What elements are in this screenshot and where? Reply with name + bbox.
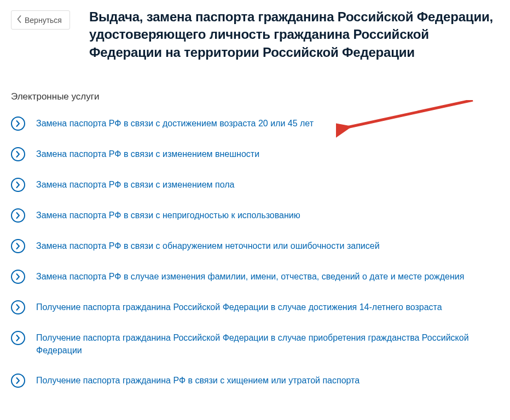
- chevron-left-icon: [17, 15, 21, 25]
- service-link-age-20-45[interactable]: Замена паспорта РФ в связи с достижением…: [36, 118, 314, 130]
- chevron-right-circle-icon: [11, 331, 25, 345]
- service-link-appearance[interactable]: Замена паспорта РФ в связи с изменением …: [36, 148, 259, 161]
- chevron-right-circle-icon: [11, 178, 25, 192]
- list-item: Замена паспорта РФ в связи с обнаружение…: [11, 240, 499, 253]
- list-item: Замена паспорта РФ в связи с достижением…: [11, 118, 499, 131]
- back-button[interactable]: Вернуться: [11, 10, 70, 30]
- chevron-right-circle-icon: [11, 116, 25, 131]
- section-title: Электронные услуги: [11, 91, 499, 102]
- chevron-right-circle-icon: [11, 270, 25, 284]
- list-item: Получение паспорта гражданина Российской…: [11, 332, 499, 357]
- service-link-unusable[interactable]: Замена паспорта РФ в связи с непригоднос…: [36, 209, 300, 222]
- list-item: Замена паспорта РФ в связи с изменением …: [11, 179, 499, 192]
- list-item: Получение паспорта гражданина Российской…: [11, 301, 499, 314]
- chevron-right-circle-icon: [11, 239, 25, 253]
- service-link-citizenship[interactable]: Получение паспорта гражданина Российской…: [36, 332, 499, 357]
- list-item: Получение паспорта гражданина РФ в связи…: [11, 375, 499, 388]
- service-link-gender[interactable]: Замена паспорта РФ в связи с изменением …: [36, 179, 234, 191]
- header-row: Вернуться Выдача, замена паспорта гражда…: [11, 8, 499, 61]
- service-link-lost[interactable]: Получение паспорта гражданина РФ в связи…: [36, 375, 360, 387]
- chevron-right-circle-icon: [11, 300, 25, 314]
- service-link-errors[interactable]: Замена паспорта РФ в связи с обнаружение…: [36, 240, 380, 253]
- list-item: Замена паспорта РФ в случае изменения фа…: [11, 271, 499, 284]
- chevron-right-circle-icon: [11, 147, 25, 161]
- page-title: Выдача, замена паспорта гражданина Росси…: [89, 8, 499, 61]
- service-link-age-14[interactable]: Получение паспорта гражданина Российской…: [36, 301, 442, 314]
- service-link-name-change[interactable]: Замена паспорта РФ в случае изменения фа…: [36, 271, 464, 283]
- back-button-label: Вернуться: [25, 16, 62, 25]
- service-list: Замена паспорта РФ в связи с достижением…: [11, 118, 499, 388]
- chevron-right-circle-icon: [11, 374, 25, 388]
- list-item: Замена паспорта РФ в связи с непригоднос…: [11, 209, 499, 223]
- list-item: Замена паспорта РФ в связи с изменением …: [11, 148, 499, 161]
- chevron-right-circle-icon: [11, 208, 25, 223]
